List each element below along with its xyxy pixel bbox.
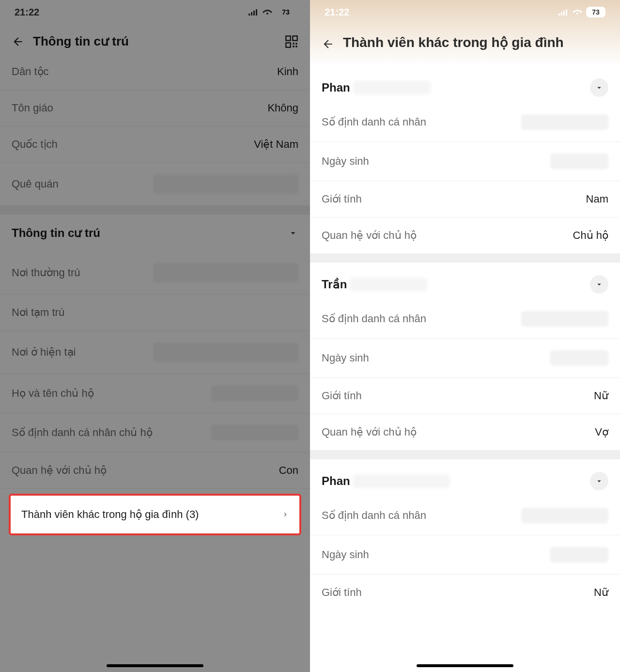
religion-value: Không — [267, 102, 298, 114]
head-id-label: Số định danh cá nhân chủ hộ — [12, 426, 153, 439]
dob-label: Ngày sinh — [322, 352, 369, 364]
chevron-down-icon — [595, 477, 604, 485]
relation-value: Chủ hộ — [573, 229, 608, 242]
current-redacted — [153, 343, 298, 362]
qr-icon[interactable] — [285, 35, 298, 48]
svg-rect-4 — [295, 43, 297, 45]
battery-icon-right: 73 — [586, 7, 605, 17]
permanent-redacted — [153, 263, 298, 282]
member-name-1: Phan — [322, 81, 431, 94]
gender-value: Nam — [586, 193, 608, 205]
dob-redacted — [550, 154, 608, 169]
wifi-icon — [263, 9, 272, 16]
expand-toggle-3[interactable] — [590, 472, 608, 490]
nationality-label: Quốc tịch — [12, 138, 58, 151]
left-screen: 21:22 73 Thông tin cư trú Dân tộc Kinh T… — [0, 0, 310, 672]
row-nationality: Quốc tịch Việt Nam — [0, 126, 310, 163]
member-name-prefix-3: Phan — [322, 474, 350, 488]
gender-label: Giới tính — [322, 586, 362, 599]
dob-redacted — [550, 350, 608, 366]
id-label: Số định danh cá nhân — [322, 509, 426, 522]
member3-gender: Giới tính Nữ — [310, 575, 620, 602]
residence-header[interactable]: Thông tin cư trú — [0, 215, 310, 251]
member-header-2[interactable]: Trần — [310, 263, 620, 299]
gender-label: Giới tính — [322, 193, 362, 205]
head-id-redacted — [211, 425, 298, 440]
member-name-prefix-2: Trần — [322, 278, 347, 291]
hometown-label: Quê quán — [12, 178, 59, 190]
relation-value: Con — [279, 464, 298, 477]
chevron-down-icon — [595, 83, 604, 92]
dob-label: Ngày sinh — [322, 548, 369, 561]
current-label: Nơi ở hiện tại — [12, 346, 76, 359]
member2-dob: Ngày sinh — [310, 339, 620, 378]
svg-rect-3 — [293, 43, 294, 45]
member-name-2: Trần — [322, 278, 427, 291]
permanent-label: Nơi thường trú — [12, 266, 80, 279]
temporary-label: Nơi tạm trú — [12, 306, 64, 319]
signal-icon — [558, 9, 569, 16]
gender-label: Giới tính — [322, 390, 362, 402]
row-head-id: Số định danh cá nhân chủ hộ — [0, 413, 310, 453]
id-redacted — [521, 311, 608, 327]
row-head-name: Họ và tên chủ hộ — [0, 374, 310, 413]
member2-relation: Quan hệ với chủ hộ Vợ — [310, 414, 620, 451]
relation-label: Quan hệ với chủ hộ — [322, 229, 417, 242]
expand-toggle-2[interactable] — [590, 275, 608, 294]
member-name-redacted-2 — [350, 278, 427, 291]
svg-rect-1 — [293, 36, 297, 40]
religion-label: Tôn giáo — [12, 102, 53, 114]
status-bar-right: 21:22 73 — [310, 0, 620, 24]
status-bar: 21:22 73 — [0, 0, 310, 24]
residence-header-label: Thông tin cư trú — [12, 226, 100, 240]
ethnicity-value: Kinh — [277, 65, 298, 78]
head-name-label: Họ và tên chủ hộ — [12, 387, 94, 400]
svg-rect-2 — [286, 43, 290, 47]
row-ethnicity: Dân tộc Kinh — [0, 54, 310, 90]
page-title-right: Thành viên khác trong hộ gia đình — [343, 34, 564, 51]
row-temporary: Nơi tạm trú — [0, 295, 310, 331]
member-header-1[interactable]: Phan — [310, 66, 620, 103]
home-indicator-right[interactable] — [417, 664, 513, 667]
member-name-redacted-3 — [353, 474, 450, 488]
home-indicator[interactable] — [107, 664, 203, 667]
expand-toggle-1[interactable] — [590, 78, 608, 97]
chevron-down-icon — [288, 228, 298, 238]
relation-value: Vợ — [595, 426, 608, 438]
row-current: Nơi ở hiện tại — [0, 331, 310, 374]
status-time: 21:22 — [15, 7, 39, 18]
back-icon[interactable] — [322, 38, 334, 50]
head-name-redacted — [211, 386, 298, 401]
section-gap — [310, 254, 620, 263]
row-permanent: Nơi thường trú — [0, 251, 310, 295]
member-header-3[interactable]: Phan — [310, 459, 620, 496]
relation-label: Quan hệ với chủ hộ — [12, 464, 107, 477]
member1-relation: Quan hệ với chủ hộ Chủ hộ — [310, 218, 620, 254]
svg-rect-0 — [286, 36, 290, 40]
id-label: Số định danh cá nhân — [322, 116, 426, 128]
nationality-value: Việt Nam — [254, 138, 298, 151]
member-name-prefix-1: Phan — [322, 81, 350, 94]
other-members-row[interactable]: Thành viên khác trong hộ gia đình (3) — [9, 494, 301, 535]
member-name-3: Phan — [322, 474, 450, 488]
right-header: Thành viên khác trong hộ gia đình — [310, 24, 620, 56]
back-icon[interactable] — [12, 35, 24, 48]
dob-label: Ngày sinh — [322, 155, 369, 168]
id-label: Số định danh cá nhân — [322, 313, 426, 325]
other-members-label: Thành viên khác trong hộ gia đình (3) — [21, 508, 199, 521]
left-header: Thông tin cư trú — [0, 24, 310, 54]
status-icons: 73 — [248, 7, 295, 17]
gender-value: Nữ — [594, 390, 608, 402]
chevron-down-icon — [595, 280, 604, 289]
gender-value: Nữ — [594, 586, 608, 599]
status-icons-right: 73 — [558, 7, 605, 17]
member1-id: Số định danh cá nhân — [310, 103, 620, 142]
member2-gender: Giới tính Nữ — [310, 378, 620, 414]
status-time-right: 21:22 — [325, 7, 349, 18]
chevron-right-icon — [282, 509, 289, 520]
member3-id: Số định danh cá nhân — [310, 496, 620, 535]
svg-rect-5 — [293, 46, 294, 47]
row-religion: Tôn giáo Không — [0, 90, 310, 126]
member1-dob: Ngày sinh — [310, 142, 620, 181]
signal-icon — [248, 9, 259, 16]
